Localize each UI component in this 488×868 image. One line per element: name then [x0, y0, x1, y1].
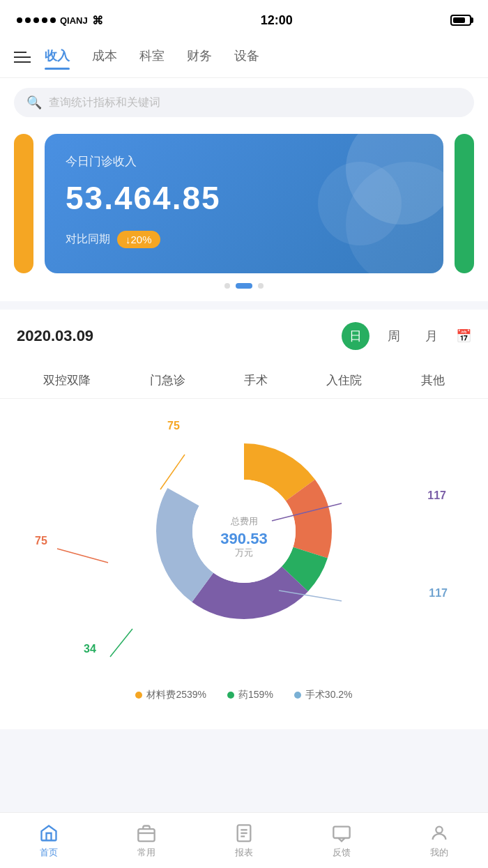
tab-caiwu[interactable]: 财务	[187, 47, 212, 67]
bottom-nav: 首页 常用 报表	[0, 812, 488, 868]
legend-label-medicine: 药159%	[238, 689, 273, 701]
tab-shouru[interactable]: 收入	[45, 47, 70, 67]
nav-home[interactable]: 首页	[0, 813, 98, 868]
card-side-right	[455, 134, 474, 273]
compare-badge: ↓20%	[117, 231, 160, 248]
legend-item-medicine: 药159%	[227, 689, 273, 701]
chart-label-right-blue: 117	[429, 587, 448, 600]
wifi-icon: ⌘	[92, 14, 103, 27]
date-controls: 日 周 月 📅	[342, 322, 471, 350]
subtab-other[interactable]: 其他	[421, 372, 445, 388]
nav-common-label: 常用	[137, 846, 155, 859]
svg-text:万元: 万元	[235, 547, 253, 558]
clock: 12:00	[261, 13, 293, 28]
subtab-surgery[interactable]: 手术	[244, 372, 268, 388]
nav-mine[interactable]: 我的	[390, 813, 488, 868]
legend-dot-green	[227, 692, 234, 699]
nav-feedback-label: 反馈	[333, 846, 351, 859]
hamburger-menu[interactable]	[14, 52, 31, 63]
day-button[interactable]: 日	[342, 322, 369, 350]
nav-feedback[interactable]: 反馈	[293, 813, 390, 868]
legend-dot-blue	[294, 692, 301, 699]
report-icon	[234, 823, 254, 844]
tab-chengben[interactable]: 成本	[92, 47, 117, 67]
signal-dots	[17, 17, 56, 23]
cards-row: 今日门诊收入 53.464.85 对比同期 ↓20%	[0, 134, 488, 273]
legend-dot-gold	[135, 692, 142, 699]
svg-line-10	[57, 549, 108, 563]
battery-area	[450, 15, 471, 26]
month-button[interactable]: 月	[418, 323, 445, 349]
ind-dot-1	[224, 283, 230, 289]
nav-common[interactable]: 常用	[98, 813, 195, 868]
status-bar: QIANJ ⌘ 12:00	[0, 0, 488, 36]
calendar-icon[interactable]: 📅	[456, 328, 471, 344]
ind-dot-3	[258, 283, 264, 289]
chart-label-bottom: 34	[84, 643, 96, 655]
feedback-icon	[331, 823, 352, 844]
legend-label-surgery: 手术30.2%	[305, 689, 353, 701]
nav-home-label: 首页	[40, 846, 58, 859]
svg-text:总费用: 总费用	[230, 516, 258, 526]
carrier-info: QIANJ ⌘	[17, 14, 103, 27]
cards-section: 今日门诊收入 53.464.85 对比同期 ↓20%	[0, 127, 488, 301]
legend-item-surgery: 手术30.2%	[294, 689, 353, 701]
dots-indicator	[0, 273, 488, 294]
nav-report-label: 报表	[235, 846, 253, 859]
svg-text:390.53: 390.53	[220, 530, 267, 547]
battery-icon	[450, 15, 471, 26]
card-side-left	[14, 134, 33, 273]
subtab-emergency[interactable]: 门急诊	[150, 372, 185, 388]
chart-container: 总费用 390.53 万元 75 75 34 117 117	[7, 413, 481, 678]
subtab-inpatient[interactable]: 入住院	[326, 372, 362, 388]
nav-mine-label: 我的	[430, 846, 448, 859]
svg-line-11	[110, 629, 132, 657]
date-display: 2020.03.09	[17, 327, 93, 345]
chart-label-top-orange: 75	[167, 420, 180, 432]
chart-label-right-purple: 117	[427, 489, 446, 502]
compare-label: 对比同期	[66, 232, 110, 247]
svg-rect-20	[333, 826, 349, 837]
search-icon: 🔍	[26, 95, 42, 110]
subtab-dual[interactable]: 双控双降	[43, 372, 91, 388]
search-bar: 🔍 查询统计指标和关键词	[0, 78, 488, 127]
legend-row: 材料费2539% 药159% 手术30.2%	[7, 678, 481, 708]
tab-items: 收入 成本 科室 财务 设备	[45, 47, 259, 67]
main-card: 今日门诊收入 53.464.85 对比同期 ↓20%	[45, 134, 443, 273]
donut-chart: 总费用 390.53 万元	[139, 427, 349, 636]
briefcase-icon	[136, 823, 157, 844]
date-section: 2020.03.09 日 周 月 📅	[0, 310, 488, 363]
week-button[interactable]: 周	[381, 323, 407, 349]
home-icon	[38, 823, 59, 844]
search-placeholder: 查询统计指标和关键词	[49, 96, 160, 110]
tab-keshi[interactable]: 科室	[139, 47, 165, 67]
chart-section: 总费用 390.53 万元 75 75 34 117 117 材料费2539%	[0, 399, 488, 729]
tab-shebei[interactable]: 设备	[234, 47, 259, 67]
svg-rect-14	[138, 829, 154, 842]
search-input-wrap[interactable]: 🔍 查询统计指标和关键词	[14, 88, 474, 117]
chart-label-left: 75	[35, 535, 47, 547]
legend-item-materials: 材料费2539%	[135, 689, 206, 701]
legend-label-materials: 材料费2539%	[146, 689, 206, 701]
nav-tabs-bar: 收入 成本 科室 财务 设备	[0, 36, 488, 78]
ind-dot-2	[236, 283, 252, 289]
sub-tabs: 双控双降 门急诊 手术 入住院 其他	[0, 363, 488, 399]
user-icon	[429, 823, 450, 844]
svg-point-21	[436, 826, 442, 832]
nav-report[interactable]: 报表	[195, 813, 293, 868]
carrier-name: QIANJ	[60, 15, 88, 26]
